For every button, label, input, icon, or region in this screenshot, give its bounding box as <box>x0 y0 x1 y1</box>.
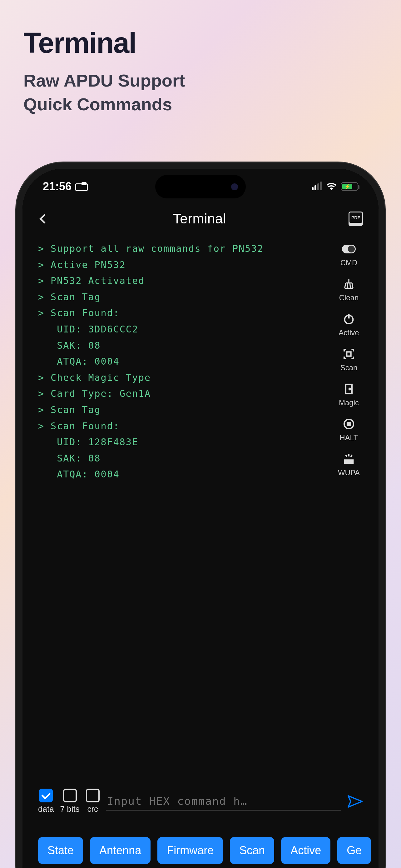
hex-command-input[interactable] <box>106 793 341 810</box>
cmd-antenna-button[interactable]: Antenna <box>90 837 151 864</box>
terminal-line: > Scan Tag <box>38 289 329 305</box>
terminal-line: > Card Type: Gen1A <box>38 385 329 402</box>
terminal-line: > Support all raw commands for PN532 <box>38 241 329 257</box>
tool-wupa[interactable]: WUPA <box>333 452 364 477</box>
back-button[interactable] <box>38 213 51 225</box>
terminal-line: ATQA: 0004 <box>38 353 329 370</box>
battery-icon: ⚡ <box>341 182 358 191</box>
tool-active[interactable]: Active <box>333 312 364 337</box>
send-button[interactable] <box>347 794 363 809</box>
nav-title: Terminal <box>173 211 226 226</box>
checkbox-crc[interactable] <box>86 788 100 802</box>
checkbox-7bits[interactable] <box>63 788 77 802</box>
tool-clean[interactable]: Clean <box>333 277 364 302</box>
door-icon <box>342 382 356 396</box>
terminal-line: UID: 3DD6CCC2 <box>38 321 329 337</box>
tool-scan[interactable]: Scan <box>333 347 364 372</box>
cmd-firmware-button[interactable]: Firmware <box>157 837 223 864</box>
page-title: Terminal <box>24 27 377 59</box>
tool-cmd[interactable]: CMD <box>333 242 364 267</box>
phone-frame: 21:56 ⚡ <box>16 162 385 868</box>
stop-icon <box>342 417 356 431</box>
cmd-scan-button[interactable]: Scan <box>230 837 274 864</box>
scan-icon <box>342 347 356 361</box>
cmd-partial-button[interactable]: Ge <box>337 837 371 864</box>
bed-icon <box>75 182 88 191</box>
send-icon <box>347 795 363 808</box>
status-time: 21:56 <box>43 180 71 193</box>
quick-commands-bar: State Antenna Firmware Scan Active Ge <box>38 837 378 864</box>
terminal-line: > Active PN532 <box>38 257 329 273</box>
terminal-line: > Check Magic Type <box>38 370 329 386</box>
broom-icon <box>342 277 356 291</box>
power-icon <box>342 312 356 326</box>
side-toolbar: CMD Clean Active <box>333 242 364 477</box>
terminal-line: > Scan Tag <box>38 402 329 418</box>
terminal-line: SAK: 08 <box>38 337 329 354</box>
cmd-active-button[interactable]: Active <box>281 837 330 864</box>
tool-halt[interactable]: HALT <box>333 417 364 442</box>
terminal-line: > Scan Found: <box>38 305 329 321</box>
checkbox-label: data <box>38 804 54 814</box>
terminal-line: SAK: 08 <box>38 450 329 466</box>
checkbox-label: crc <box>87 804 98 814</box>
terminal-line: > PN532 Activated <box>38 273 329 289</box>
checkbox-data[interactable] <box>39 788 53 802</box>
pdf-export-button[interactable] <box>348 212 363 226</box>
cmd-state-button[interactable]: State <box>38 837 83 864</box>
wake-icon <box>342 452 356 466</box>
wifi-icon <box>326 183 336 190</box>
tool-magic[interactable]: Magic <box>333 382 364 407</box>
toggle-icon <box>342 245 356 253</box>
page-subtitle: Raw APDU Support Quick Commands <box>24 69 377 116</box>
notch <box>155 175 246 198</box>
terminal-line: UID: 128F483E <box>38 434 329 450</box>
checkbox-label: 7 bits <box>60 804 80 814</box>
svg-rect-1 <box>347 352 351 356</box>
terminal-line: ATQA: 0004 <box>38 466 329 483</box>
input-controls: data 7 bits crc <box>38 788 363 814</box>
signal-icon <box>312 183 322 190</box>
terminal-line: > Scan Found: <box>38 418 329 434</box>
svg-point-3 <box>349 389 351 390</box>
chevron-left-icon <box>39 214 49 223</box>
terminal-output: > Support all raw commands for PN532 > A… <box>38 241 329 483</box>
svg-rect-5 <box>347 423 350 426</box>
